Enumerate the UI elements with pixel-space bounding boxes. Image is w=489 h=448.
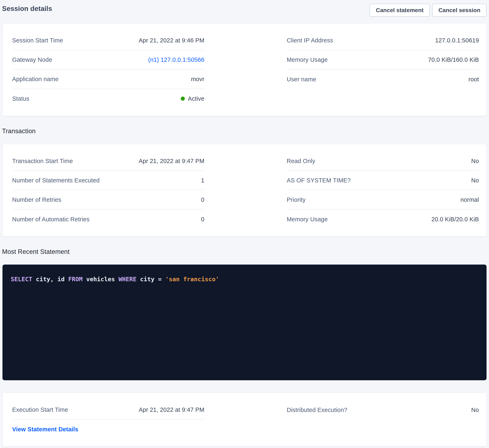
- client-ip-row: Client IP Address 127.0.0.1:50619: [287, 31, 479, 50]
- priority-row: Priority normal: [287, 190, 479, 210]
- row-label: Distributed Execution?: [287, 407, 347, 413]
- sql-keyword-token: SELECT: [11, 276, 32, 283]
- user-name-row: User name root: [287, 70, 479, 89]
- session-summary-left-column: Session Start Time Apr 21, 2022 at 9:46 …: [12, 31, 204, 108]
- row-label: Memory Usage: [287, 216, 328, 223]
- read-only-row: Read Only No: [287, 151, 479, 171]
- gateway-node-link[interactable]: (n1) 127.0.0.1:50566: [148, 56, 204, 63]
- sql-plain-token: city, id: [32, 276, 68, 283]
- row-value: No: [471, 407, 479, 413]
- row-label: Number of Statements Executed: [12, 177, 100, 184]
- row-value: normal: [460, 196, 479, 203]
- row-label: Gateway Node: [12, 56, 52, 63]
- row-value: Apr 21, 2022 at 9:47 PM: [139, 158, 204, 165]
- row-value: No: [471, 158, 479, 165]
- distributed-execution-row: Distributed Execution? No: [287, 400, 479, 420]
- statement-section-heading: Most Recent Statement: [2, 247, 487, 256]
- row-value: Apr 21, 2022 at 9:46 PM: [139, 37, 204, 44]
- session-summary-card: Session Start Time Apr 21, 2022 at 9:46 …: [2, 23, 487, 116]
- gateway-node-row: Gateway Node (n1) 127.0.0.1:50566: [12, 50, 204, 70]
- row-label: Memory Usage: [287, 56, 328, 63]
- sql-statement-box: SELECT city, id FROM vehicles WHERE city…: [2, 265, 487, 380]
- row-value: 1: [201, 177, 204, 184]
- sql-plain-token: city =: [137, 276, 165, 283]
- row-value: root: [468, 76, 479, 83]
- session-summary-right-column: Client IP Address 127.0.0.1:50619 Memory…: [287, 31, 479, 108]
- status-active-dot: [181, 97, 185, 101]
- transaction-card: Transaction Start Time Apr 21, 2022 at 9…: [2, 144, 487, 237]
- automatic-retries-row: Number of Automatic Retries 0: [12, 210, 204, 229]
- session-start-time-row: Session Start Time Apr 21, 2022 at 9:46 …: [12, 31, 204, 50]
- status-badge: Active: [181, 95, 204, 102]
- execution-right-column: Distributed Execution? No: [287, 400, 479, 439]
- view-statement-details-link[interactable]: View Statement Details: [12, 426, 78, 433]
- sql-keyword-token: FROM: [68, 276, 82, 283]
- row-value: movr: [191, 76, 204, 83]
- row-label: Number of Retries: [12, 196, 61, 203]
- sql-keyword-token: WHERE: [119, 276, 137, 283]
- cancel-statement-button[interactable]: Cancel statement: [370, 4, 430, 17]
- transaction-right-column: Read Only No AS OF SYSTEM TIME? No Prior…: [287, 151, 479, 229]
- row-label: Number of Automatic Retries: [12, 216, 90, 223]
- row-value: Apr 21, 2022 at 9:47 PM: [139, 407, 204, 413]
- transaction-start-time-row: Transaction Start Time Apr 21, 2022 at 9…: [12, 151, 204, 171]
- execution-left-column: Execution Start Time Apr 21, 2022 at 9:4…: [12, 400, 204, 439]
- row-value: 0: [201, 216, 204, 223]
- statements-executed-row: Number of Statements Executed 1: [12, 171, 204, 190]
- row-label: Client IP Address: [287, 37, 333, 44]
- row-value: 127.0.0.1:50619: [435, 37, 479, 44]
- page-header: Session details Cancel statement Cancel …: [2, 4, 487, 17]
- header-actions: Cancel statement Cancel session: [370, 4, 487, 17]
- row-value: No: [471, 177, 479, 184]
- transaction-left-column: Transaction Start Time Apr 21, 2022 at 9…: [12, 151, 204, 229]
- status-row: Status Active: [12, 89, 204, 108]
- session-details-page: Session details Cancel statement Cancel …: [0, 0, 489, 447]
- transaction-section-heading: Transaction: [2, 127, 487, 136]
- row-label: AS OF SYSTEM TIME?: [287, 177, 351, 184]
- sql-string-token: 'san francisco': [165, 276, 219, 283]
- row-label: Read Only: [287, 158, 315, 165]
- cancel-session-button[interactable]: Cancel session: [432, 4, 487, 17]
- row-label: Transaction Start Time: [12, 158, 73, 165]
- row-value: 20.0 KiB/20.0 KiB: [431, 216, 479, 223]
- execution-start-time-row: Execution Start Time Apr 21, 2022 at 9:4…: [12, 400, 204, 420]
- row-label: Status: [12, 95, 29, 102]
- page-title: Session details: [2, 4, 52, 13]
- sql-plain-token: vehicles: [82, 276, 119, 283]
- row-value: 0: [201, 196, 204, 203]
- transaction-memory-usage-row: Memory Usage 20.0 KiB/20.0 KiB: [287, 210, 479, 229]
- row-label: User name: [287, 76, 316, 83]
- sql-statement-code: SELECT city, id FROM vehicles WHERE city…: [11, 276, 219, 283]
- row-label: Session Start Time: [12, 37, 63, 44]
- as-of-system-time-row: AS OF SYSTEM TIME? No: [287, 171, 479, 190]
- session-memory-usage-row: Memory Usage 70.0 KiB/160.0 KiB: [287, 50, 479, 70]
- row-label: Application name: [12, 76, 59, 83]
- row-label: Priority: [287, 196, 306, 203]
- row-value: 70.0 KiB/160.0 KiB: [428, 56, 479, 63]
- status-text: Active: [188, 95, 204, 102]
- view-statement-details-row: View Statement Details: [12, 420, 204, 439]
- retries-row: Number of Retries 0: [12, 190, 204, 210]
- row-label: Execution Start Time: [12, 407, 68, 413]
- execution-card: Execution Start Time Apr 21, 2022 at 9:4…: [2, 393, 487, 447]
- application-name-row: Application name movr: [12, 70, 204, 89]
